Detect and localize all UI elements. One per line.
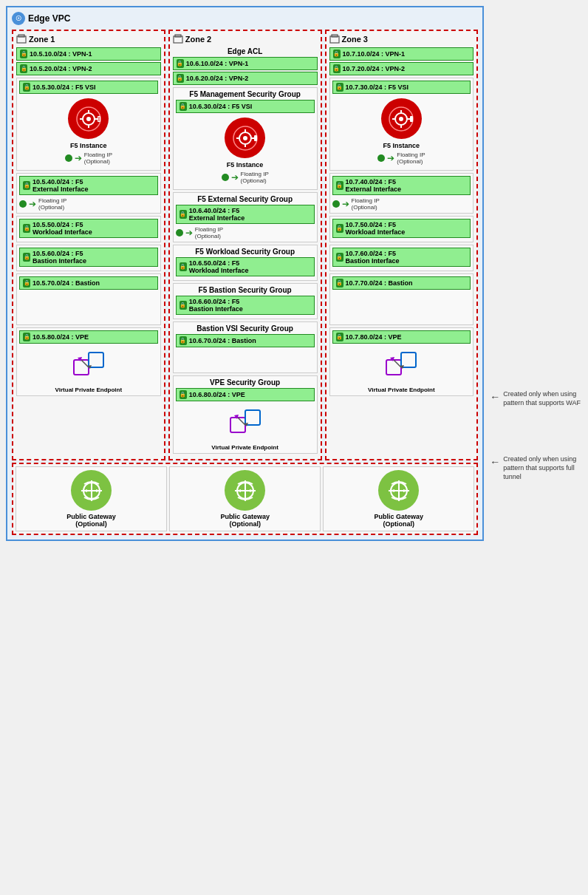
bastion-vsi-sg-z1: 🔒 10.5.70.0/24 : Bastion (16, 273, 161, 325)
svg-rect-42 (410, 116, 413, 122)
vpn2-subnet-z2: 🔒 10.6.20.0/24 : VPN-2 (173, 72, 318, 85)
vpe-subnet-z2: 🔒 10.6.80.0/24 : VPE (176, 388, 315, 401)
arrow-icon: ➔ (75, 153, 82, 163)
svg-point-22 (243, 136, 247, 140)
vpc-icon: ☉ (12, 12, 25, 25)
lock-icon: 🔒 (336, 83, 343, 92)
workload-subnet-z3: 🔒 10.7.50.0/24 : F5 Workload Interface (332, 219, 471, 238)
zone-2: Zone 2 Edge ACL 🔒 10.6.10.0/24 : VPN-1 🔒… (168, 30, 322, 460)
vpe-icon-z2 (176, 404, 315, 441)
svg-rect-43 (386, 360, 401, 375)
bastion-vsi-subnet-z3: 🔒 10.7.70.0/24 : Bastion (332, 276, 471, 290)
ext-sg-title: F5 External Security Group (176, 195, 315, 203)
pg-cell-2: Public Gateway(Optional) (169, 466, 321, 531)
f5-instance-label-z3: F5 Instance (383, 142, 420, 149)
zone-1: Zone 1 🔒 10.5.10.0/24 : VPN-1 🔒 10.5.20.… (12, 30, 165, 460)
vpe-graphic-z3 (383, 347, 420, 384)
arrow-icon: ➔ (29, 199, 36, 209)
bastion-vsi-sg-z2: Bastion VSI Security Group 🔒 10.6.70.0/2… (173, 321, 318, 373)
vpe-subnet-z1: 🔒 10.5.80.0/24 : VPE (19, 330, 158, 344)
lock-icon: 🔒 (180, 390, 187, 399)
bastion-sg-z3: 🔒 10.7.60.0/24 : F5 Bastion Interface (329, 245, 474, 271)
public-gateway-section: Public Gateway(Optional) (12, 463, 478, 535)
f5-gear-icon-z2 (232, 125, 259, 152)
lock-icon: 🔒 (177, 59, 184, 68)
pg-cell-1: Public Gateway(Optional) (16, 466, 167, 531)
vpe-icon-z1 (19, 347, 158, 384)
f5-instance-z2: F5 Instance ➔ Floating IP(Optional) (176, 115, 315, 187)
ext-subnet-z2: 🔒 10.6.40.0/24 : F5 External Interface (176, 205, 315, 224)
zone-icon (329, 34, 340, 44)
vpe-label-z3: Virtual Private Endpoint (332, 387, 471, 393)
green-dot (332, 200, 340, 208)
zone-icon (16, 34, 27, 44)
lock-icon: 🔒 (180, 210, 187, 219)
vpn1-subnet-z2: 🔒 10.6.10.0/24 : VPN-1 (173, 57, 318, 70)
workload-sg-z1: 🔒 10.5.50.0/24 : F5 Workload Interface (16, 216, 161, 242)
acl-title: Edge ACL (173, 47, 318, 55)
vpe-sg-title: VPE Security Group (176, 378, 315, 387)
bastion-subnet-z2: 🔒 10.6.60.0/24 : F5 Bastion Interface (176, 296, 315, 315)
acl-z3: 🔒 10.7.10.0/24 : VPN-1 🔒 10.7.20.0/24 : … (329, 47, 474, 75)
pg-icon-3 (385, 477, 413, 505)
zone-3: Zone 3 🔒 10.7.10.0/24 : VPN-1 🔒 10.7.20.… (325, 30, 479, 460)
notes-spacer2 (490, 407, 582, 455)
ext-subnet-z3: 🔒 10.7.40.0/24 : F5 External Interface (332, 176, 471, 195)
svg-rect-28 (230, 418, 245, 432)
mgmt-sg-z1: 🔒 10.5.30.0/24 : F5 VSI (16, 78, 161, 171)
ext-subnet-z1: 🔒 10.5.40.0/24 : F5 External Interface (19, 176, 158, 195)
public-gateway-row: Public Gateway(Optional) (16, 466, 474, 531)
mgmt-sg-z3: 🔒 10.7.30.0/24 : F5 VSI (329, 78, 474, 171)
arrow-icon: ➔ (387, 153, 394, 163)
svg-rect-27 (254, 135, 257, 141)
lock-icon: 🔒 (23, 279, 30, 287)
ext-sg-z2: F5 External Security Group 🔒 10.6.40.0/2… (173, 192, 318, 242)
green-dot (377, 154, 385, 162)
vpe-graphic-z2 (227, 404, 264, 441)
zone-icon (173, 34, 183, 44)
f5vsi-subnet-z1: 🔒 10.5.30.0/24 : F5 VSI (19, 81, 158, 94)
green-dot (176, 229, 183, 236)
vpn1-subnet-z1: 🔒 10.5.10.0/24 : VPN-1 (16, 47, 161, 61)
f5vsi-subnet-z3: 🔒 10.7.30.0/24 : F5 VSI (332, 81, 471, 94)
waf-arrow: ← (490, 390, 500, 404)
pg-label-1: Public Gateway(Optional) (66, 513, 116, 528)
floating-ip-ext-z1: ➔ Floating IP(Optional) (19, 197, 158, 211)
vpe-sg-z1: 🔒 10.5.80.0/24 : VPE Virtual (16, 327, 161, 396)
f5-circle-z3 (381, 98, 422, 139)
side-notes: ← Created only when using pattern that s… (484, 6, 582, 481)
vpc-title: ☉ Edge VPC (12, 12, 478, 25)
svg-point-4 (86, 117, 91, 121)
vpe-sg-z2: VPE Security Group 🔒 10.6.80.0/24 : VPE (173, 375, 318, 454)
acl-z2-wrapper: Edge ACL 🔒 10.6.10.0/24 : VPN-1 🔒 10.6.2… (173, 47, 318, 85)
floating-ip-ext-z2: ➔ Floating IP(Optional) (176, 226, 315, 239)
svg-rect-29 (245, 410, 260, 425)
pg-cell-3: Public Gateway(Optional) (323, 466, 474, 531)
arrow-icon: ➔ (231, 172, 239, 183)
workload-sg-z2: F5 Workload Security Group 🔒 10.6.50.0/2… (173, 245, 318, 281)
lock-icon: 🔒 (23, 83, 30, 92)
bastion-vsi-subnet-z2: 🔒 10.6.70.0/24 : Bastion (176, 334, 315, 347)
svg-rect-14 (89, 353, 103, 367)
page-root: ☉ Edge VPC Zone 1 🔒 10.5.10.0/24 (6, 6, 582, 541)
f5-instance-z3: F5 Instance ➔ Floating IP(Optional) (332, 95, 471, 168)
pg-icon-2 (231, 477, 259, 505)
vpe-icon-z3 (332, 347, 471, 384)
bastion-sg-title: F5 Bastion Security Group (176, 286, 315, 294)
lock-icon: 🔒 (23, 181, 30, 190)
lock-icon: 🔒 (20, 64, 27, 73)
vpn1-subnet-z3: 🔒 10.7.10.0/24 : VPN-1 (329, 47, 474, 61)
f5-circle-z2 (225, 118, 265, 158)
f5-instance-label-z2: F5 Instance (227, 161, 264, 169)
ext-sg-z1: 🔒 10.5.40.0/24 : F5 External Interface ➔… (16, 173, 161, 214)
svg-point-37 (399, 117, 403, 121)
workload-sg-title: F5 Workload Security Group (176, 248, 315, 256)
arrow-icon: ➔ (342, 199, 349, 209)
pg-circle-3 (378, 470, 419, 511)
pg-icon-1 (78, 477, 106, 505)
bastion-subnet-z3: 🔒 10.7.60.0/24 : F5 Bastion Interface (332, 248, 471, 267)
vpe-graphic (70, 347, 107, 384)
bastion-vsi-sg-title: Bastion VSI Security Group (176, 324, 315, 333)
lock-icon: 🔒 (23, 224, 30, 233)
lock-icon: 🔒 (333, 50, 341, 58)
